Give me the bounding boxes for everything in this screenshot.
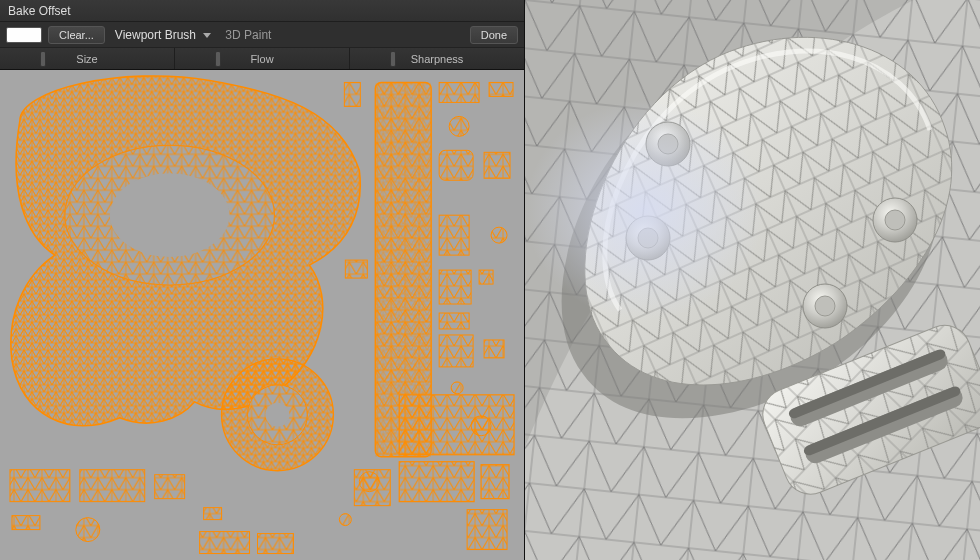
svg-rect-12 — [481, 465, 509, 499]
viewport-brush-label: Viewport Brush — [115, 28, 196, 42]
3d-viewport[interactable] — [525, 0, 980, 560]
svg-rect-20 — [439, 270, 471, 304]
toolbar-main: Clear... Viewport Brush 3D Paint Done — [0, 22, 524, 48]
svg-rect-34 — [467, 510, 507, 550]
svg-rect-26 — [10, 470, 70, 502]
flow-slider[interactable]: Flow — [174, 48, 349, 69]
svg-point-3 — [110, 173, 230, 257]
svg-rect-23 — [439, 335, 473, 367]
bake-offset-panel: Bake Offset Clear... Viewport Brush 3D P… — [0, 0, 525, 560]
svg-rect-21 — [479, 270, 493, 284]
slider-thumb[interactable] — [40, 51, 46, 67]
flow-slider-label: Flow — [250, 53, 273, 65]
paint-mode-label: 3D Paint — [225, 28, 271, 42]
brush-slider-bar: Size Flow Sharpness — [0, 48, 524, 70]
size-slider-label: Size — [76, 53, 97, 65]
svg-rect-28 — [155, 475, 185, 499]
uv-wireframe-svg — [0, 70, 524, 560]
done-button[interactable]: Done — [470, 26, 518, 44]
svg-point-36 — [339, 514, 351, 526]
viewport-brush-dropdown[interactable]: Viewport Brush — [111, 28, 220, 42]
svg-rect-32 — [200, 532, 250, 554]
panel-titlebar[interactable]: Bake Offset — [0, 0, 524, 22]
paint-color-swatch[interactable] — [6, 27, 42, 43]
svg-point-19 — [491, 227, 507, 243]
sharpness-slider-label: Sharpness — [411, 53, 464, 65]
svg-rect-24 — [484, 340, 504, 358]
svg-rect-22 — [439, 313, 469, 329]
svg-point-35 — [359, 472, 379, 492]
svg-rect-16 — [439, 150, 473, 180]
svg-rect-13 — [439, 82, 479, 102]
svg-rect-11 — [399, 462, 474, 502]
size-slider[interactable]: Size — [0, 48, 174, 69]
svg-rect-10 — [399, 395, 514, 455]
3d-viewport-svg — [525, 0, 980, 560]
svg-rect-38 — [204, 508, 222, 520]
svg-rect-27 — [80, 470, 145, 502]
chevron-down-icon — [203, 33, 211, 38]
slider-thumb[interactable] — [215, 51, 221, 67]
svg-point-51 — [525, 100, 765, 320]
svg-rect-18 — [439, 215, 469, 255]
svg-rect-14 — [489, 82, 513, 96]
svg-point-7 — [265, 403, 289, 427]
panel-title: Bake Offset — [8, 4, 70, 18]
clear-button[interactable]: Clear... — [48, 26, 105, 44]
slider-thumb[interactable] — [390, 51, 396, 67]
svg-point-37 — [471, 416, 491, 436]
svg-rect-40 — [345, 260, 367, 278]
svg-point-50 — [815, 296, 835, 316]
uv-viewport[interactable] — [0, 70, 524, 560]
svg-point-48 — [885, 210, 905, 230]
sharpness-slider[interactable]: Sharpness — [349, 48, 524, 69]
svg-point-25 — [451, 382, 463, 394]
svg-rect-31 — [12, 516, 40, 530]
svg-rect-39 — [344, 82, 360, 106]
svg-rect-33 — [258, 534, 294, 554]
svg-point-15 — [449, 116, 469, 136]
svg-point-30 — [76, 518, 100, 542]
svg-rect-17 — [484, 152, 510, 178]
